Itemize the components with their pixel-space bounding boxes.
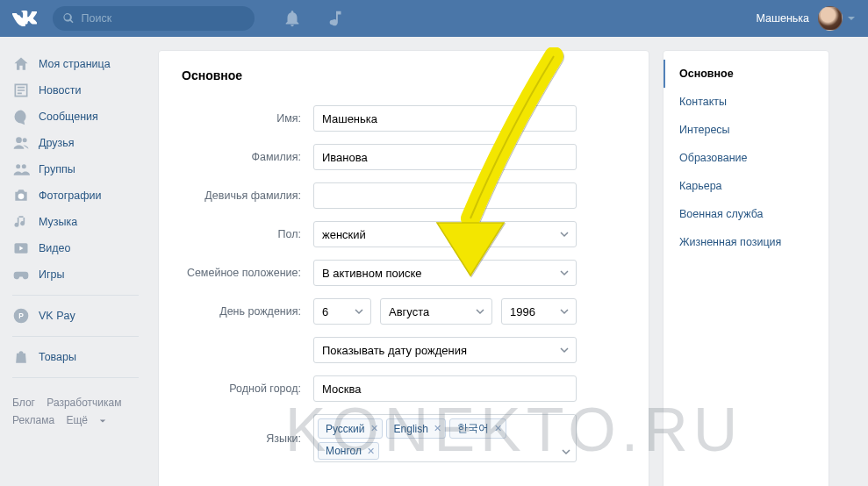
chevron-down-icon bbox=[560, 268, 569, 277]
chevron-down-icon bbox=[355, 307, 363, 316]
svg-point-0 bbox=[330, 20, 335, 25]
search-box[interactable] bbox=[53, 6, 255, 31]
remove-token-icon[interactable]: ✕ bbox=[494, 423, 502, 434]
name-input[interactable] bbox=[313, 105, 577, 132]
vk-logo[interactable] bbox=[12, 6, 37, 31]
maiden-input[interactable] bbox=[313, 182, 577, 209]
avatar[interactable] bbox=[818, 6, 843, 31]
remove-token-icon[interactable]: ✕ bbox=[434, 423, 441, 434]
lang-token: English✕ bbox=[386, 418, 446, 439]
label-hometown: Родной город: bbox=[182, 382, 313, 395]
label-birthday: День рождения: bbox=[182, 305, 313, 318]
nav-music[interactable]: Музыка bbox=[12, 209, 149, 235]
nav-vkpay[interactable]: PVK Pay bbox=[12, 303, 149, 329]
games-icon bbox=[12, 266, 30, 283]
bday-day-select[interactable]: 6 bbox=[313, 298, 371, 325]
settings-tabs: Основное Контакты Интересы Образование К… bbox=[663, 50, 829, 486]
tab-education[interactable]: Образование bbox=[664, 144, 829, 172]
tab-military[interactable]: Военная служба bbox=[664, 200, 829, 228]
footer-dev[interactable]: Разработчикам bbox=[47, 397, 121, 409]
tab-interests[interactable]: Интересы bbox=[664, 116, 829, 144]
chevron-down-icon bbox=[476, 307, 484, 316]
lang-token: 한국어✕ bbox=[449, 418, 506, 439]
notifications-icon[interactable] bbox=[283, 9, 302, 28]
label-sex: Пол: bbox=[182, 228, 313, 240]
nav-goods[interactable]: Товары bbox=[12, 344, 149, 370]
left-nav: Моя страница Новости Сообщения Друзья Гр… bbox=[0, 44, 149, 486]
messages-icon bbox=[12, 108, 30, 125]
label-maiden: Девичья фамилия: bbox=[182, 189, 313, 202]
card-title: Основное bbox=[182, 68, 626, 82]
bday-month-select[interactable]: Августа bbox=[380, 298, 492, 325]
home-icon bbox=[12, 55, 30, 73]
surname-input[interactable] bbox=[313, 144, 577, 170]
tab-contacts[interactable]: Контакты bbox=[664, 88, 829, 116]
remove-token-icon[interactable]: ✕ bbox=[370, 423, 378, 434]
svg-point-2 bbox=[23, 138, 27, 142]
label-relationship: Семейное положение: bbox=[182, 267, 313, 279]
nav-friends[interactable]: Друзья bbox=[12, 130, 149, 156]
svg-point-4 bbox=[22, 164, 26, 168]
footer-links: Блог Разработчикам Реклама Ещё bbox=[12, 385, 149, 429]
video-icon bbox=[12, 239, 30, 257]
nav-games[interactable]: Игры bbox=[12, 261, 149, 288]
hometown-input[interactable] bbox=[313, 375, 577, 402]
chevron-down-icon bbox=[560, 346, 569, 354]
music-note-icon bbox=[12, 213, 30, 231]
bday-year-select[interactable]: 1996 bbox=[501, 298, 577, 325]
nav-news[interactable]: Новости bbox=[12, 77, 149, 104]
label-languages: Языки: bbox=[182, 432, 313, 445]
svg-point-5 bbox=[18, 194, 25, 200]
vkpay-icon: P bbox=[12, 307, 30, 325]
nav-photos[interactable]: Фотографии bbox=[12, 182, 149, 209]
bday-visibility-select[interactable]: Показывать дату рождения bbox=[313, 337, 577, 363]
footer-more[interactable]: Ещё bbox=[66, 414, 106, 426]
sex-select[interactable]: женский bbox=[313, 221, 577, 247]
chevron-down-icon[interactable] bbox=[847, 14, 856, 23]
main-area: Основное Имя: Фамилия: Девичья фамилия: … bbox=[149, 44, 868, 486]
footer-blog[interactable]: Блог bbox=[12, 397, 35, 409]
search-input[interactable] bbox=[82, 12, 244, 25]
camera-icon bbox=[12, 187, 30, 204]
app-header: Машенька bbox=[0, 0, 868, 37]
chevron-down-icon bbox=[560, 230, 569, 239]
lang-token: Монгол✕ bbox=[318, 442, 379, 460]
nav-groups[interactable]: Группы bbox=[12, 156, 149, 182]
chevron-down-icon bbox=[562, 447, 570, 456]
lang-token: Русский✕ bbox=[318, 418, 383, 439]
svg-point-1 bbox=[16, 137, 22, 143]
chevron-down-icon bbox=[560, 307, 569, 316]
header-username[interactable]: Машенька bbox=[756, 12, 809, 25]
svg-text:P: P bbox=[18, 311, 24, 320]
search-icon bbox=[63, 12, 75, 25]
svg-point-3 bbox=[16, 164, 20, 168]
relationship-select[interactable]: В активном поиске bbox=[313, 260, 577, 286]
label-surname: Фамилия: bbox=[182, 151, 313, 163]
nav-video[interactable]: Видео bbox=[12, 235, 149, 261]
tab-career[interactable]: Карьера bbox=[664, 172, 829, 200]
friends-icon bbox=[12, 134, 30, 152]
languages-select[interactable]: Русский✕ English✕ 한국어✕ Монгол✕ bbox=[313, 414, 577, 462]
tab-life-position[interactable]: Жизненная позиция bbox=[664, 228, 829, 256]
content-wrap: Моя страница Новости Сообщения Друзья Гр… bbox=[0, 37, 868, 486]
label-name: Имя: bbox=[182, 112, 313, 125]
edit-profile-card: Основное Имя: Фамилия: Девичья фамилия: … bbox=[158, 50, 649, 486]
news-icon bbox=[12, 82, 30, 99]
tab-main[interactable]: Основное bbox=[664, 60, 829, 88]
nav-messages[interactable]: Сообщения bbox=[12, 104, 149, 130]
nav-my-page[interactable]: Моя страница bbox=[12, 51, 149, 77]
remove-token-icon[interactable]: ✕ bbox=[367, 446, 375, 457]
music-icon[interactable] bbox=[326, 9, 346, 28]
footer-ads[interactable]: Реклама bbox=[12, 414, 54, 426]
bag-icon bbox=[12, 348, 30, 366]
groups-icon bbox=[12, 161, 30, 178]
